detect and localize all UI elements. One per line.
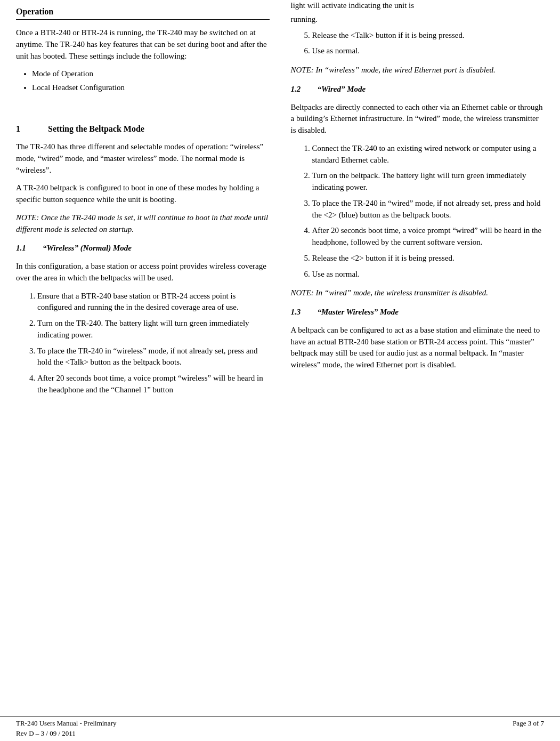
bullet-list: Mode of Operation Local Headset Configur… (32, 68, 270, 94)
list-item: Use as normal. (312, 45, 545, 57)
footer-left: TR-240 Users Manual - Preliminary Rev D … (16, 719, 116, 739)
partial-line-2: running. (291, 14, 545, 26)
list-item: Release the <Talk> button if it is being… (312, 30, 545, 42)
list-item: Release the <2> button if it is being pr… (312, 253, 545, 264)
heading13: 1.3“Master Wireless” Mode (291, 307, 545, 318)
wireless-steps-list: Ensure that a BTR-240 base station or BT… (37, 291, 270, 396)
section-title: Operation (16, 5, 270, 20)
heading1: 1Setting the Beltpack Mode (16, 123, 270, 135)
heading11-num: 1.1 (16, 243, 43, 254)
heading12: 1.2“Wired” Mode (291, 84, 545, 95)
list-item: To place the TR-240 in “wireless” mode, … (37, 345, 270, 369)
list-item: Connect the TR-240 to an existing wired … (312, 143, 545, 166)
para1: The TR-240 has three different and selec… (16, 141, 270, 176)
wired-steps-list: Connect the TR-240 to an existing wired … (312, 143, 545, 280)
heading11-label: “Wireless” (Normal) Mode (43, 244, 132, 252)
page: Operation Once a BTR-240 or BTR-24 is ru… (0, 0, 560, 741)
intro-paragraph: Once a BTR-240 or BTR-24 is running, the… (16, 27, 270, 62)
note1: NOTE: Once the TR-240 mode is set, it wi… (16, 212, 270, 236)
list-item: To place the TR-240 in “wired” mode, if … (312, 198, 545, 221)
heading11: 1.1“Wireless” (Normal) Mode (16, 243, 270, 254)
note3: NOTE: In “wired” mode, the wireless tran… (291, 287, 545, 299)
footer-right: Page 3 of 7 (513, 719, 544, 739)
list-item: Turn on the beltpack. The battery light … (312, 170, 545, 194)
left-column: Operation Once a BTR-240 or BTR-24 is ru… (16, 0, 280, 716)
footer-left-line1: TR-240 Users Manual - Preliminary (16, 719, 116, 729)
heading12-label: “Wired” Mode (318, 85, 366, 93)
heading13-label: “Master Wireless” Mode (318, 308, 399, 316)
footer: TR-240 Users Manual - Preliminary Rev D … (0, 716, 560, 741)
heading13-num: 1.3 (291, 307, 318, 318)
spacer (16, 104, 270, 113)
list-item: After 20 seconds boot time, a voice prom… (37, 373, 270, 396)
wireless-continued-list: Release the <Talk> button if it is being… (312, 30, 545, 58)
heading1-label: Setting the Beltpack Mode (48, 124, 144, 133)
list-item: After 20 seconds boot time, a voice prom… (312, 225, 545, 248)
list-item: Local Headset Configuration (32, 82, 270, 94)
list-item: Turn on the TR-240. The battery light wi… (37, 318, 270, 341)
heading1-num: 1 (16, 123, 48, 135)
para3: In this configuration, a base station or… (16, 261, 270, 284)
partial-line-1: light will activate indicating the unit … (291, 0, 545, 12)
list-item: Ensure that a BTR-240 base station or BT… (37, 291, 270, 314)
para5: A beltpack can be configured to act as a… (291, 325, 545, 371)
content-area: Operation Once a BTR-240 or BTR-24 is ru… (0, 0, 560, 716)
note2: NOTE: In “wireless” mode, the wired Ethe… (291, 65, 545, 76)
list-item: Use as normal. (312, 269, 545, 280)
para4: Beltpacks are directly connected to each… (291, 102, 545, 136)
right-column: light will activate indicating the unit … (280, 0, 545, 716)
footer-left-line2: Rev D – 3 / 09 / 2011 (16, 729, 116, 739)
heading12-num: 1.2 (291, 84, 318, 95)
para2: A TR-240 beltpack is configured to boot … (16, 182, 270, 206)
list-item: Mode of Operation (32, 68, 270, 80)
